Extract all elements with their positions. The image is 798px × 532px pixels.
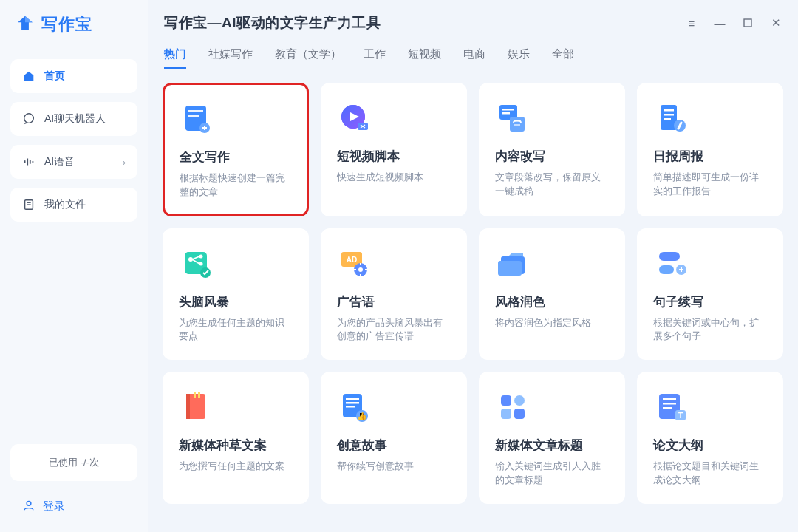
- card-creative-story[interactable]: 👍 创意故事 帮你续写创意故事: [321, 372, 467, 504]
- menu-icon[interactable]: ≡: [686, 17, 698, 29]
- svg-rect-36: [498, 261, 522, 276]
- tab-work[interactable]: 工作: [364, 47, 386, 69]
- sidebar-item-home[interactable]: 首页: [10, 59, 137, 93]
- card-title: 全文写作: [180, 149, 292, 166]
- tab-hot[interactable]: 热门: [164, 47, 186, 69]
- card-desc: 根据关键词或中心句，扩展多个句子: [653, 316, 767, 344]
- svg-rect-11: [188, 110, 203, 112]
- svg-text:👍: 👍: [357, 411, 367, 421]
- card-style-polish[interactable]: 风格润色 将内容润色为指定风格: [479, 228, 625, 361]
- chevron-right-icon: ›: [123, 157, 126, 168]
- svg-text:T: T: [678, 412, 683, 420]
- folder-icon: [495, 246, 531, 282]
- svg-point-34: [358, 267, 363, 272]
- card-short-video-script[interactable]: 短视频脚本 快速生成短视频脚本: [321, 83, 467, 216]
- card-desc: 输入关键词生成引人入胜的文章标题: [495, 460, 609, 488]
- home-icon: [22, 69, 35, 83]
- tab-all[interactable]: 全部: [552, 47, 574, 69]
- user-icon: [22, 499, 35, 514]
- close-button[interactable]: ✕: [770, 17, 782, 29]
- card-content-rewrite[interactable]: 内容改写 文章段落改写，保留原义一键成稿: [479, 83, 625, 216]
- sidebar-item-files[interactable]: 我的文件: [10, 188, 137, 222]
- card-title: 论文大纲: [653, 437, 767, 454]
- svg-point-0: [24, 114, 34, 123]
- svg-rect-18: [502, 109, 514, 111]
- svg-rect-3: [30, 160, 31, 163]
- svg-rect-2: [27, 159, 28, 166]
- card-title: 头脑风暴: [179, 293, 293, 310]
- svg-rect-23: [664, 114, 674, 116]
- sound-icon: [22, 155, 35, 168]
- mindmap-icon: [179, 246, 214, 282]
- minimize-button[interactable]: —: [714, 17, 726, 29]
- svg-rect-37: [659, 252, 680, 261]
- card-grid: 全文写作 根据标题快速创建一篇完整的文章 短视频脚本 快速生成短视频脚本 内容改…: [148, 74, 798, 513]
- card-brainstorm[interactable]: 头脑风暴 为您生成任何主题的知识要点: [163, 228, 309, 361]
- svg-point-28: [200, 254, 203, 258]
- card-title: 句子续写: [653, 293, 767, 310]
- svg-rect-41: [186, 394, 190, 419]
- svg-rect-55: [514, 409, 525, 419]
- svg-rect-53: [514, 395, 525, 406]
- logo: 写作宝: [10, 13, 137, 35]
- svg-rect-12: [188, 115, 199, 117]
- svg-point-29: [200, 262, 203, 265]
- ad-icon: AD: [337, 246, 372, 282]
- sidebar: 写作宝 首页 AI聊天机器人 AI语音 › 我的文件 已使用 -/-次: [0, 0, 148, 532]
- card-desc: 简单描述即可生成一份详实的工作报告: [653, 171, 767, 199]
- card-sentence-continue[interactable]: 句子续写 根据关键词或中心句，扩展多个句子: [637, 228, 783, 361]
- sidebar-nav: 首页 AI聊天机器人 AI语音 › 我的文件: [10, 59, 137, 222]
- svg-rect-22: [664, 109, 674, 112]
- tab-education[interactable]: 教育（文学）: [275, 47, 341, 69]
- svg-rect-59: [663, 407, 672, 409]
- file-icon: [22, 198, 35, 211]
- window-controls: ≡ — ✕: [686, 17, 782, 29]
- sidebar-item-voice[interactable]: AI语音 ›: [10, 145, 137, 179]
- tab-social[interactable]: 社媒写作: [208, 47, 253, 69]
- extend-icon: [653, 246, 689, 282]
- notebook-icon: [179, 389, 214, 425]
- card-desc: 快速生成短视频脚本: [337, 171, 451, 185]
- nav-label: 首页: [44, 69, 65, 83]
- nav-label: AI语音: [44, 155, 75, 168]
- tab-ecommerce[interactable]: 电商: [463, 47, 485, 69]
- card-desc: 根据论文题目和关键词生成论文大纲: [653, 460, 767, 488]
- login-label: 登录: [43, 499, 65, 514]
- tab-shortvideo[interactable]: 短视频: [408, 47, 441, 69]
- app-title: 写作宝—AI驱动的文字生产力工具: [164, 13, 381, 33]
- svg-rect-38: [659, 265, 674, 274]
- svg-point-8: [27, 501, 31, 505]
- svg-rect-4: [33, 161, 34, 163]
- document-icon: [180, 101, 215, 137]
- svg-rect-46: [346, 402, 359, 404]
- titlebar: 写作宝—AI驱动的文字生产力工具 ≡ — ✕: [148, 0, 798, 33]
- card-new-media-title[interactable]: 新媒体文章标题 输入关键词生成引人入胜的文章标题: [479, 372, 625, 504]
- card-title: 新媒体文章标题: [495, 437, 609, 454]
- card-title: 内容改写: [495, 148, 609, 165]
- card-full-article[interactable]: 全文写作 根据标题快速创建一篇完整的文章: [163, 83, 309, 216]
- sidebar-item-chatbot[interactable]: AI聊天机器人: [10, 102, 137, 136]
- login-button[interactable]: 登录: [10, 491, 137, 522]
- app-root: 写作宝 首页 AI聊天机器人 AI语音 › 我的文件 已使用 -/-次: [0, 0, 798, 532]
- svg-rect-43: [198, 392, 200, 398]
- rewrite-icon: [495, 100, 531, 136]
- card-title: 日报周报: [653, 148, 767, 165]
- card-desc: 文章段落改写，保留原义一键成稿: [495, 171, 609, 199]
- card-daily-weekly-report[interactable]: 日报周报 简单描述即可生成一份详实的工作报告: [637, 83, 783, 216]
- card-title: 短视频脚本: [337, 148, 451, 165]
- report-icon: [653, 100, 689, 136]
- category-tabs: 热门 社媒写作 教育（文学） 工作 短视频 电商 娱乐 全部: [148, 33, 798, 74]
- tab-entertainment[interactable]: 娱乐: [508, 47, 530, 69]
- card-thesis-outline[interactable]: T 论文大纲 根据论文题目和关键词生成论文大纲: [637, 372, 783, 504]
- card-desc: 将内容润色为指定风格: [495, 316, 609, 330]
- svg-rect-58: [663, 403, 676, 405]
- card-title: 广告语: [337, 293, 451, 310]
- chat-icon: [22, 112, 35, 126]
- apps-icon: [495, 389, 531, 425]
- card-ad-slogan[interactable]: AD 广告语 为您的产品头脑风暴出有创意的广告宣传语: [321, 228, 467, 361]
- logo-icon: [15, 14, 35, 35]
- maximize-button[interactable]: [742, 17, 754, 29]
- svg-rect-54: [501, 409, 511, 419]
- card-new-media-seeding[interactable]: 新媒体种草文案 为您撰写任何主题的文案: [163, 372, 309, 504]
- svg-rect-1: [24, 160, 26, 163]
